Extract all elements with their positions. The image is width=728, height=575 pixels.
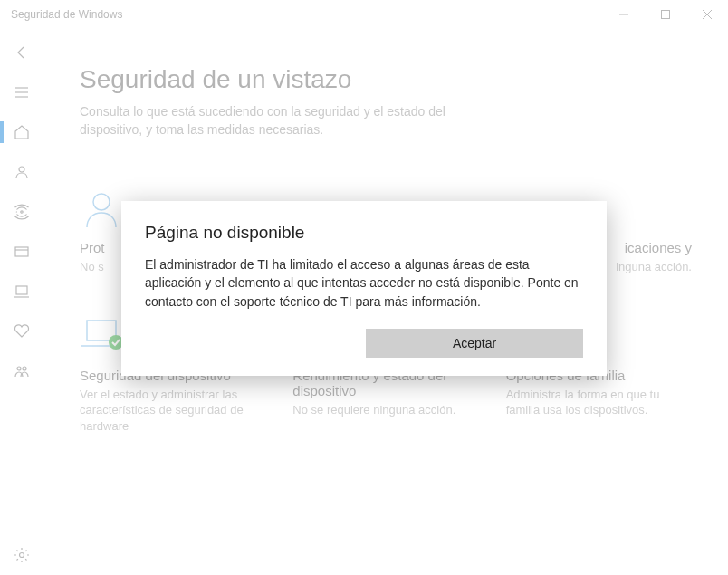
accept-button[interactable]: Aceptar — [366, 329, 583, 358]
modal-overlay: Página no disponible El administrador de… — [0, 0, 728, 575]
dialog-body: El administrador de TI ha limitado el ac… — [145, 255, 583, 311]
page-unavailable-dialog: Página no disponible El administrador de… — [121, 201, 607, 376]
dialog-title: Página no disponible — [145, 223, 583, 243]
